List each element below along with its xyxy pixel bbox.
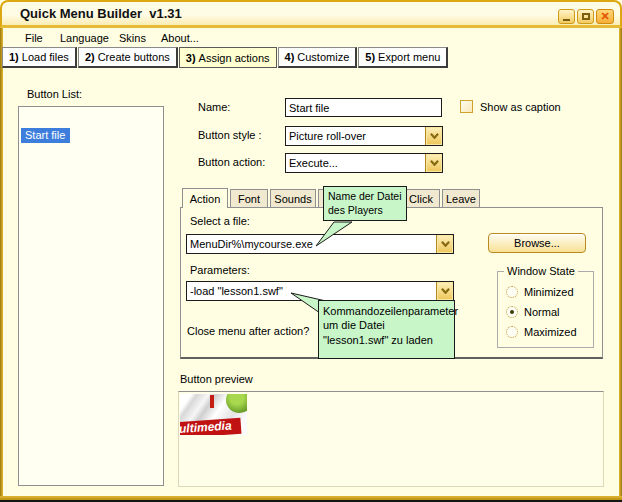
chevron-down-icon[interactable] (425, 127, 442, 145)
close-icon: ✕ (600, 11, 609, 22)
button-action-combobox[interactable]: Execute... (285, 153, 443, 173)
radio-icon (506, 286, 518, 298)
close-button[interactable]: ✕ (596, 9, 614, 24)
button-style-combobox[interactable]: Picture roll-over (285, 126, 443, 146)
step-toolbar: 1)Load files 2)Create buttons 3)Assign a… (2, 47, 448, 68)
maximize-button[interactable] (577, 9, 594, 24)
step-load-files[interactable]: 1)Load files (2, 47, 77, 68)
browse-button[interactable]: Browse... (488, 233, 586, 253)
list-item-start-file[interactable]: Start file (21, 128, 70, 143)
radio-checked-icon (506, 306, 518, 318)
tooltip-parameters: Kommandozeilenparameter um die Datei "le… (318, 300, 455, 359)
chevron-down-icon[interactable] (436, 235, 453, 253)
menu-file[interactable]: File (22, 31, 46, 45)
red-tag-graphic (210, 395, 214, 408)
titlebar[interactable]: Quick Menu Builder v1.31 ✕ (0, 0, 622, 28)
button-preview-label: Button preview (180, 373, 253, 385)
maximize-icon (582, 13, 590, 20)
step-export-menu[interactable]: 5)Export menu (358, 47, 448, 68)
tooltip-file: Name der Datei des Players (323, 186, 407, 221)
menu-language[interactable]: Language (57, 31, 112, 45)
name-label: Name: (198, 101, 230, 113)
tab-sounds[interactable]: Sounds (270, 189, 316, 207)
tab-leave[interactable]: Leave (442, 189, 480, 207)
window-state-group: Window State Minimized Normal Maximized (497, 271, 594, 348)
tab-font[interactable]: Font (230, 189, 268, 207)
menu-skins[interactable]: Skins (116, 31, 149, 45)
radio-maximized[interactable]: Maximized (506, 326, 577, 338)
radio-icon (506, 326, 518, 338)
select-file-combobox[interactable]: MenuDir%\mycourse.exe (186, 234, 454, 254)
chevron-down-icon[interactable] (425, 154, 442, 172)
show-as-caption-label: Show as caption (480, 101, 561, 113)
chevron-down-icon[interactable] (436, 282, 453, 300)
menu-about[interactable]: About... (158, 31, 202, 45)
window-state-title: Window State (504, 265, 578, 277)
select-file-label: Select a file: (190, 215, 250, 227)
button-action-label: Button action: (198, 156, 265, 168)
parameters-combobox[interactable]: -load "lesson1.swf" (186, 281, 454, 301)
name-input[interactable] (285, 98, 442, 117)
tab-click[interactable]: Click (402, 189, 440, 207)
multimedia-band: ultimedia (180, 418, 241, 435)
step-assign-actions[interactable]: 3)Assign actions (179, 47, 277, 68)
cd-graphic (226, 394, 247, 413)
button-thumbnail-image: ultimedia (180, 394, 247, 435)
button-list[interactable]: Start file (18, 106, 164, 486)
minimize-icon (563, 19, 570, 21)
tab-action[interactable]: Action (182, 188, 228, 208)
window-title: Quick Menu Builder v1.31 (20, 6, 182, 21)
show-as-caption-checkbox[interactable] (460, 100, 473, 113)
radio-normal[interactable]: Normal (506, 306, 559, 318)
button-style-label: Button style : (198, 129, 262, 141)
close-menu-label: Close menu after action? (187, 325, 309, 337)
radio-minimized[interactable]: Minimized (506, 286, 574, 298)
app-window: Quick Menu Builder v1.31 ✕ File Language… (0, 0, 622, 502)
button-preview-area: ultimedia (178, 391, 604, 487)
minimize-button[interactable] (558, 9, 575, 24)
step-customize[interactable]: 4)Customize (278, 47, 358, 68)
parameters-label: Parameters: (190, 264, 250, 276)
button-list-label: Button List: (27, 88, 82, 100)
window-border-left (0, 20, 3, 500)
step-create-buttons[interactable]: 2)Create buttons (78, 47, 178, 68)
